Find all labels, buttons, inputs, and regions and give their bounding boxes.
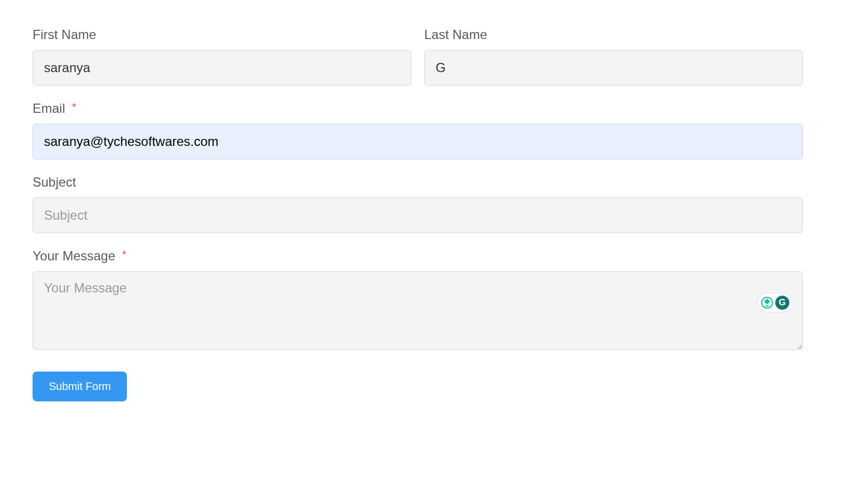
- email-group: Email *: [33, 101, 803, 159]
- subject-label: Subject: [33, 175, 803, 190]
- subject-input[interactable]: [33, 197, 803, 233]
- email-input[interactable]: [33, 124, 803, 159]
- subject-row: Subject: [33, 175, 803, 233]
- message-label: Your Message *: [33, 248, 803, 264]
- first-name-label: First Name: [33, 27, 411, 42]
- email-label-text: Email: [33, 101, 65, 116]
- required-asterisk-icon: *: [122, 248, 126, 260]
- message-row: Your Message * G: [33, 248, 803, 352]
- last-name-label: Last Name: [424, 27, 803, 42]
- name-row: First Name Last Name: [33, 27, 803, 86]
- submit-button[interactable]: Submit Form: [33, 372, 127, 401]
- message-textarea-wrapper: G: [33, 271, 803, 352]
- first-name-group: First Name: [33, 27, 411, 86]
- message-label-text: Your Message: [33, 248, 116, 263]
- email-row: Email *: [33, 101, 803, 159]
- grammarly-suggest-icon: [761, 297, 773, 309]
- first-name-input[interactable]: [33, 50, 411, 86]
- message-group: Your Message * G: [33, 248, 803, 352]
- last-name-group: Last Name: [424, 27, 803, 86]
- email-label: Email *: [33, 101, 803, 116]
- contact-form: First Name Last Name Email * Subject You…: [33, 27, 803, 401]
- subject-group: Subject: [33, 175, 803, 233]
- message-textarea[interactable]: [33, 271, 803, 350]
- grammarly-widget[interactable]: G: [757, 293, 793, 312]
- last-name-input[interactable]: [424, 50, 803, 86]
- required-asterisk-icon: *: [72, 101, 76, 113]
- grammarly-logo-icon: G: [775, 296, 789, 310]
